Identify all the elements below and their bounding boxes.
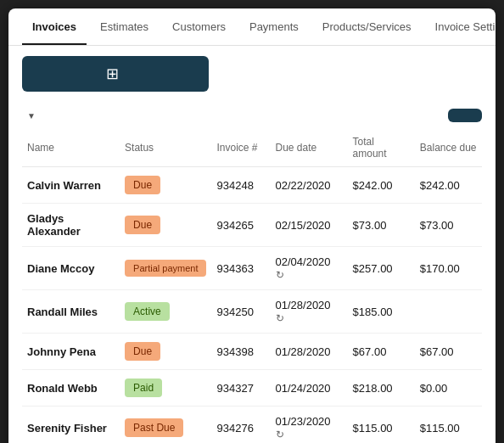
cell-invoice-number: 934265 [211, 204, 270, 247]
cell-total-amount: $257.00 [348, 247, 415, 290]
cell-due-date: 02/22/2020 [271, 167, 348, 204]
status-badge: Due [125, 216, 160, 234]
status-badge: Due [125, 176, 160, 194]
nav-item-invoice-settings[interactable]: Invoice Settings [425, 8, 496, 45]
cell-due-date: 02/04/2020 ↻ [271, 247, 348, 290]
cell-total-amount: $67.00 [348, 334, 415, 370]
cell-status: Past Due [120, 407, 211, 444]
cell-name: Diane Mccoy [22, 247, 120, 290]
col-header-due-date: Due date [271, 129, 348, 167]
cell-name: Johnny Pena [22, 334, 120, 370]
toolbar: ⊞ [8, 46, 496, 102]
chevron-down-icon: ▼ [27, 111, 36, 121]
cell-balance-due: $170.00 [415, 247, 482, 290]
invoices-table: Name Status Invoice # Due date Total amo… [22, 129, 482, 443]
cell-total-amount: $73.00 [348, 204, 415, 247]
cell-status: Due [120, 204, 211, 247]
table-row[interactable]: Serenity FisherPast Due93427601/23/2020 … [22, 407, 482, 444]
table-row[interactable]: Gladys AlexanderDue93426502/15/2020$73.0… [22, 204, 482, 247]
nav-bar: InvoicesEstimatesCustomersPaymentsProduc… [8, 8, 496, 46]
cell-invoice-number: 934248 [211, 167, 270, 204]
cell-due-date: 01/28/2020 ↻ [271, 290, 348, 334]
refresh-icon[interactable]: ↻ [276, 429, 284, 440]
col-header-status: Status [120, 129, 211, 167]
cell-name: Randall Miles [22, 290, 120, 334]
refresh-icon[interactable]: ↻ [276, 269, 284, 281]
status-badge: Due [125, 342, 160, 361]
cell-name: Ronald Webb [22, 370, 120, 407]
cell-status: Paid [120, 370, 211, 407]
cell-balance-due [415, 290, 482, 334]
cell-balance-due: $73.00 [415, 204, 482, 247]
cell-invoice-number: 934276 [211, 407, 270, 444]
invoices-table-container: Name Status Invoice # Due date Total amo… [8, 129, 496, 443]
nav-item-invoices[interactable]: Invoices [22, 8, 87, 45]
cell-due-date: 02/15/2020 [271, 204, 348, 247]
new-invoice-button[interactable]: ⊞ [22, 56, 209, 92]
table-header: Name Status Invoice # Due date Total amo… [22, 129, 482, 167]
cell-balance-due: $115.00 [415, 407, 482, 444]
cell-invoice-number: 934398 [211, 334, 270, 370]
col-header-balance: Balance due [415, 129, 482, 167]
table-row[interactable]: Calvin WarrenDue93424802/22/2020$242.00$… [22, 167, 482, 204]
cell-due-date: 01/24/2020 [271, 370, 348, 407]
cell-name: Calvin Warren [22, 167, 120, 204]
col-header-name: Name [22, 129, 120, 167]
search-criteria-dropdown[interactable]: ▼ [22, 111, 36, 121]
plus-icon: ⊞ [106, 64, 119, 83]
cell-invoice-number: 934363 [211, 247, 270, 290]
cell-total-amount: $115.00 [348, 407, 415, 444]
cell-balance-due: $242.00 [415, 167, 482, 204]
export-button[interactable] [448, 109, 482, 122]
status-badge: Paid [125, 379, 162, 397]
cell-name: Gladys Alexander [22, 204, 120, 247]
cell-invoice-number: 934250 [211, 290, 270, 334]
cell-status: Due [120, 167, 211, 204]
nav-item-estimates[interactable]: Estimates [90, 8, 159, 45]
cell-balance-due: $67.00 [415, 334, 482, 370]
cell-total-amount: $242.00 [348, 167, 415, 204]
table-row[interactable]: Randall MilesActive93425001/28/2020 ↻$18… [22, 290, 482, 334]
cell-total-amount: $185.00 [348, 290, 415, 334]
col-header-invoice: Invoice # [211, 129, 270, 167]
search-bar: ▼ [8, 102, 496, 129]
table-row[interactable]: Ronald WebbPaid93432701/24/2020$218.00$0… [22, 370, 482, 407]
status-badge: Active [125, 302, 170, 321]
cell-status: Active [120, 290, 211, 334]
col-header-total: Total amount [348, 129, 415, 167]
nav-item-payments[interactable]: Payments [239, 8, 309, 45]
cell-invoice-number: 934327 [211, 370, 270, 407]
cell-due-date: 01/23/2020 ↻ [271, 407, 348, 444]
status-badge: Partial payment [125, 260, 206, 277]
cell-status: Due [120, 334, 211, 370]
table-body: Calvin WarrenDue93424802/22/2020$242.00$… [22, 167, 482, 444]
table-row[interactable]: Johnny PenaDue93439801/28/2020$67.00$67.… [22, 334, 482, 370]
status-badge: Past Due [125, 418, 183, 437]
refresh-icon[interactable]: ↻ [276, 312, 284, 324]
table-row[interactable]: Diane MccoyPartial payment93436302/04/20… [22, 247, 482, 290]
cell-name: Serenity Fisher [22, 407, 120, 444]
cell-status: Partial payment [120, 247, 211, 290]
nav-item-customers[interactable]: Customers [162, 8, 236, 45]
cell-balance-due: $0.00 [415, 370, 482, 407]
app-window: InvoicesEstimatesCustomersPaymentsProduc… [8, 8, 496, 443]
nav-item-products-services[interactable]: Products/Services [312, 8, 422, 45]
cell-total-amount: $218.00 [348, 370, 415, 407]
cell-due-date: 01/28/2020 [271, 334, 348, 370]
